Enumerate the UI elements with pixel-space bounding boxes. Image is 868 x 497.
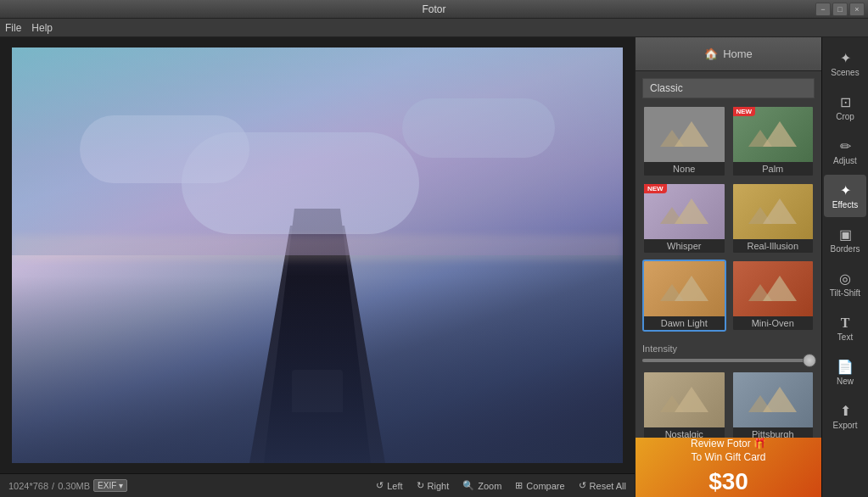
borders-label: Borders — [830, 244, 860, 254]
intensity-label: Intensity — [642, 343, 815, 354]
tool-tilt-shift[interactable]: ◎ Tilt-Shift — [824, 263, 866, 305]
reset-icon: ↺ — [579, 480, 586, 491]
promo-text: Review Fotor 🎁 To Win Gift Card $30 — [691, 438, 766, 497]
effect-thumb-whisper: NEW — [644, 184, 725, 239]
effect-palm[interactable]: NEW Palm — [731, 105, 815, 177]
menu-help[interactable]: Help — [31, 22, 53, 34]
status-tools: ↺ Left ↻ Right 🔍 Zoom ⊞ Compare ↺ Res — [376, 480, 626, 491]
compare-tool[interactable]: ⊞ Compare — [515, 480, 564, 491]
cloud-3 — [402, 98, 555, 158]
file-size: 0.30MB — [58, 481, 90, 491]
right-section: 🏠 Home Classic Film Vintage Pop Art — [635, 37, 868, 497]
crop-label: Crop — [836, 112, 854, 121]
tool-crop[interactable]: ⊡ Crop — [824, 87, 866, 129]
effects-icon: ✦ — [840, 182, 851, 198]
image-dimensions: 1024*768 — [8, 481, 48, 491]
effect-none[interactable]: None — [642, 105, 726, 177]
maximize-button[interactable]: □ — [832, 3, 848, 16]
main-image — [12, 47, 623, 463]
intensity-slider[interactable] — [642, 359, 815, 362]
intensity-section: Intensity — [642, 340, 815, 371]
text-icon: T — [841, 316, 850, 331]
main-area: 1024*768 / 0.30MB EXIF ▾ ↺ Left ↻ Right — [0, 37, 868, 497]
effect-thumb-pittsburgh — [733, 372, 814, 427]
tool-borders[interactable]: ▣ Borders — [824, 219, 866, 261]
effect-thumb-nostalgic — [644, 372, 725, 427]
compare-icon: ⊞ — [515, 480, 523, 491]
rotate-right-icon: ↻ — [417, 480, 424, 491]
cloud-2 — [182, 132, 419, 234]
effect-label-whisper: Whisper — [644, 239, 725, 253]
effect-mini-oven[interactable]: Mini-Oven — [731, 260, 815, 332]
right-toolbar: ✦ Scenes ⊡ Crop ✏ Adjust ✦ Effects ▣ Bor… — [821, 37, 868, 497]
water-area — [12, 276, 623, 464]
intensity-fill — [642, 359, 806, 362]
exif-badge[interactable]: EXIF ▾ — [93, 479, 127, 492]
rotate-left-tool[interactable]: ↺ Left — [376, 480, 402, 491]
adjust-label: Adjust — [833, 156, 857, 165]
rotate-left-icon: ↺ — [376, 480, 384, 491]
tool-export[interactable]: ⬆ Export — [824, 395, 866, 438]
effect-label-real-illusion: Real-Illusion — [733, 239, 814, 253]
window-controls: − □ × — [815, 3, 865, 16]
zoom-tool[interactable]: 🔍 Zoom — [462, 480, 501, 491]
effects-panel: Classic Film Vintage Pop Art — [636, 71, 821, 438]
canvas-area: 1024*768 / 0.30MB EXIF ▾ ↺ Left ↻ Right — [0, 37, 635, 497]
menu-bar: File Help — [0, 19, 868, 37]
effects-label: Effects — [832, 200, 858, 209]
effect-label-dawn-light: Dawn Light — [644, 316, 725, 330]
horizon-glow — [12, 235, 623, 260]
tool-effects[interactable]: ✦ Effects — [824, 175, 866, 217]
status-bar: 1024*768 / 0.30MB EXIF ▾ ↺ Left ↻ Right — [0, 473, 635, 497]
canvas-wrapper — [0, 37, 635, 473]
filter-dropdown[interactable]: Classic Film Vintage Pop Art — [642, 78, 815, 98]
effect-thumb-real-illusion — [733, 184, 814, 239]
app-title: Fotor — [422, 3, 445, 15]
home-icon: 🏠 — [704, 47, 718, 60]
new-label: New — [837, 377, 854, 386]
tool-scenes[interactable]: ✦ Scenes — [824, 42, 866, 85]
effect-dawn-light[interactable]: Dawn Light — [642, 260, 726, 332]
close-button[interactable]: × — [849, 3, 865, 16]
cloud-1 — [80, 115, 249, 183]
tool-text[interactable]: T Text — [824, 307, 866, 349]
reset-tool[interactable]: ↺ Reset All — [579, 480, 626, 491]
effect-whisper[interactable]: NEW Whisper — [642, 182, 726, 254]
sky-overlay — [12, 47, 623, 255]
tool-new[interactable]: 📄 New — [824, 351, 866, 394]
effect-thumb-mini-oven — [733, 261, 814, 316]
separator: / — [52, 481, 54, 491]
effect-thumb-none — [644, 107, 725, 162]
title-bar: Fotor − □ × — [0, 0, 868, 19]
image-info: 1024*768 / 0.30MB EXIF ▾ — [8, 479, 127, 492]
tool-adjust[interactable]: ✏ Adjust — [824, 131, 866, 173]
minimize-button[interactable]: − — [815, 3, 831, 16]
effect-thumb-palm: NEW — [733, 107, 814, 162]
effect-pittsburgh[interactable]: Pittsburgh — [731, 371, 815, 438]
effect-thumb-dawn-light — [644, 261, 725, 316]
adjust-icon: ✏ — [840, 138, 851, 154]
zoom-icon: 🔍 — [462, 480, 474, 491]
home-label: Home — [723, 47, 753, 60]
scenes-label: Scenes — [831, 68, 859, 77]
effect-label-pittsburgh: Pittsburgh — [733, 427, 814, 438]
effect-label-nostalgic: Nostalgic — [644, 427, 725, 438]
menu-file[interactable]: File — [5, 22, 21, 34]
effects-grid: None NEW Pal — [642, 105, 815, 332]
effect-label-none: None — [644, 162, 725, 176]
tilt-shift-icon: ◎ — [839, 271, 851, 287]
scenes-icon: ✦ — [840, 50, 851, 66]
crop-icon: ⊡ — [840, 94, 851, 110]
tilt-shift-label: Tilt-Shift — [830, 288, 860, 298]
text-label: Text — [837, 332, 853, 342]
effect-nostalgic[interactable]: Nostalgic — [642, 371, 726, 438]
promo-banner[interactable]: Review Fotor 🎁 To Win Gift Card $30 — [636, 438, 821, 497]
effect-real-illusion[interactable]: Real-Illusion — [731, 182, 815, 254]
new-badge-whisper: NEW — [644, 184, 667, 193]
export-label: Export — [833, 421, 858, 430]
promo-line2: To Win Gift Card — [691, 450, 766, 465]
intensity-thumb[interactable] — [803, 354, 816, 367]
home-button[interactable]: 🏠 Home — [636, 37, 821, 71]
promo-line1: Review Fotor 🎁 — [691, 438, 766, 450]
rotate-right-tool[interactable]: ↻ Right — [417, 480, 450, 491]
